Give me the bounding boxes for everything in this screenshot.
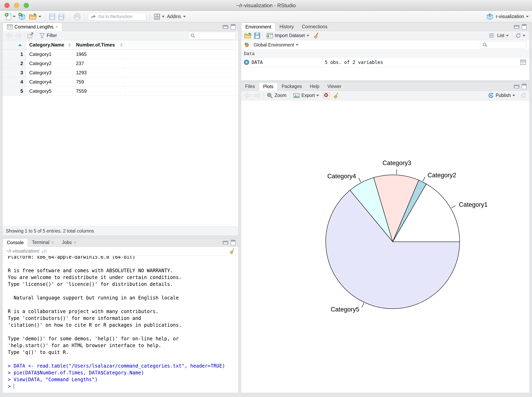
toolbar-separator — [45, 13, 45, 21]
tab-jobs[interactable]: Jobs× — [58, 238, 80, 247]
console-line: > DATA <- read.table("/Users/lsalazar/co… — [8, 363, 238, 369]
viewer-toolbar: Filter — [3, 31, 238, 40]
minimize-pane-icon[interactable] — [514, 85, 519, 88]
search-icon — [190, 33, 196, 38]
plots-tabbar: Files Plots Packages Help Viewer — [241, 82, 529, 91]
tab-console[interactable]: Console — [3, 238, 28, 247]
column-header-category-name[interactable]: Category.Name — [26, 40, 73, 50]
view-dataframe-grid-icon[interactable] — [520, 60, 526, 65]
toolbar-separator — [85, 13, 85, 21]
new-project-button[interactable]: R — [17, 12, 27, 21]
export-plot-button[interactable]: Export — [292, 92, 320, 99]
environment-object-row[interactable]: DATA 5 obs. of 2 variables — [241, 57, 529, 67]
filter-button[interactable]: Filter — [38, 32, 58, 39]
environment-search-input[interactable] — [480, 41, 526, 49]
maximize-pane-icon[interactable] — [231, 240, 235, 245]
clear-all-plots-broom-icon[interactable] — [333, 92, 339, 99]
save-all-button[interactable] — [57, 12, 67, 21]
minimize-pane-icon[interactable] — [514, 25, 519, 29]
remove-plot-icon[interactable] — [323, 92, 330, 99]
minimize-window-icon[interactable] — [14, 3, 19, 8]
minimize-pane-icon[interactable] — [223, 241, 228, 244]
expand-object-play-icon[interactable] — [244, 59, 250, 65]
import-dataset-button[interactable]: Import Dataset — [265, 32, 310, 39]
close-window-icon[interactable] — [4, 3, 10, 8]
console-prompt[interactable]: > — [8, 383, 238, 390]
back-icon[interactable] — [6, 32, 13, 39]
sort-ascending-icon — [18, 44, 22, 46]
save-workspace-icon[interactable] — [254, 32, 260, 39]
previous-plot-icon[interactable] — [244, 92, 252, 99]
close-icon[interactable]: × — [51, 240, 54, 245]
table-cell: 3 — [3, 68, 26, 77]
tab-plots[interactable]: Plots — [259, 82, 278, 91]
plots-pane: Files Plots Packages Help Viewer Zoom Ex… — [241, 82, 530, 393]
close-icon[interactable]: × — [74, 240, 76, 245]
refresh-plot-icon[interactable] — [520, 93, 526, 99]
scope-label: Global Environment — [253, 42, 294, 48]
console-tabbar: Console Terminal× Jobs× — [3, 238, 238, 247]
print-button[interactable] — [72, 12, 82, 21]
save-button[interactable] — [48, 12, 57, 21]
close-icon[interactable]: × — [55, 24, 58, 30]
refresh-environment-button[interactable] — [514, 32, 526, 39]
filter-label: Filter — [47, 33, 57, 38]
publish-label: Publish — [496, 93, 511, 98]
chevron-down-icon — [523, 35, 525, 37]
tab-files[interactable]: Files — [241, 82, 259, 91]
minimize-pane-icon[interactable] — [223, 25, 228, 29]
console-output[interactable]: Platform: x86_64-apple-darwin15.6.0 (64-… — [3, 256, 238, 393]
project-name: r-visualization — [496, 14, 524, 19]
tab-environment[interactable]: Environment — [241, 23, 275, 31]
goto-file-input[interactable]: Go to file/function — [88, 13, 146, 21]
zoom-magnifier-icon — [267, 92, 273, 99]
open-in-new-window-icon[interactable] — [27, 32, 34, 39]
list-view-button[interactable]: List — [488, 32, 510, 39]
tab-viewer[interactable]: Viewer — [323, 82, 345, 91]
zoom-window-icon[interactable] — [24, 3, 29, 8]
console-line — [8, 288, 238, 294]
clear-console-broom-icon[interactable] — [229, 248, 235, 254]
window-title: ~/r-visualization - RStudio — [0, 0, 532, 11]
zoom-plot-button[interactable]: Zoom — [265, 92, 288, 99]
maximize-pane-icon[interactable] — [522, 84, 526, 89]
table-cell: 1965 — [73, 50, 125, 59]
tab-command-lengths[interactable]: Command Lengths × — [3, 23, 62, 31]
sort-toggle-icon — [120, 43, 123, 47]
addins-button[interactable]: Addins — [166, 13, 187, 20]
tab-connections[interactable]: Connections — [298, 23, 332, 31]
environment-scope-selector[interactable]: Global Environment — [252, 42, 300, 49]
working-directory: ~/r-visualization/ — [6, 248, 39, 254]
forward-icon[interactable] — [15, 32, 23, 39]
table-cell: 237 — [73, 59, 125, 68]
tab-label: Help — [310, 84, 319, 89]
pie-label-tick — [451, 205, 456, 208]
table-cell: 4 — [3, 77, 26, 86]
load-workspace-folder-icon[interactable] — [244, 32, 252, 39]
viewer-search-input[interactable] — [188, 32, 235, 39]
next-plot-icon[interactable] — [253, 92, 261, 99]
tab-help[interactable]: Help — [306, 82, 323, 91]
tab-history[interactable]: History — [275, 23, 298, 31]
chevron-down-icon — [526, 16, 529, 18]
environment-toolbar: Import Dataset List — [241, 31, 529, 40]
project-menu-button[interactable]: R r-visualization — [486, 13, 529, 20]
clear-environment-broom-icon[interactable] — [313, 32, 319, 39]
list-icon — [489, 34, 494, 37]
chevron-down-icon — [506, 35, 509, 37]
maximize-pane-icon[interactable] — [231, 24, 235, 30]
goto-directory-arrow-icon[interactable] — [41, 249, 47, 254]
column-label: Category.Name — [29, 42, 64, 48]
tab-label: Plots — [263, 84, 273, 89]
tab-packages[interactable]: Packages — [278, 82, 306, 91]
publish-button[interactable]: Publish — [487, 92, 516, 99]
column-header-number-of-times[interactable]: Number.of.Times — [73, 40, 125, 50]
search-icon — [482, 42, 488, 48]
new-file-button[interactable] — [3, 12, 17, 21]
panes-button[interactable] — [152, 12, 166, 21]
row-index-header[interactable] — [3, 40, 26, 50]
maximize-pane-icon[interactable] — [522, 24, 526, 30]
tab-label: Jobs — [62, 240, 72, 245]
open-file-button[interactable] — [27, 12, 43, 21]
tab-terminal[interactable]: Terminal× — [28, 238, 58, 247]
